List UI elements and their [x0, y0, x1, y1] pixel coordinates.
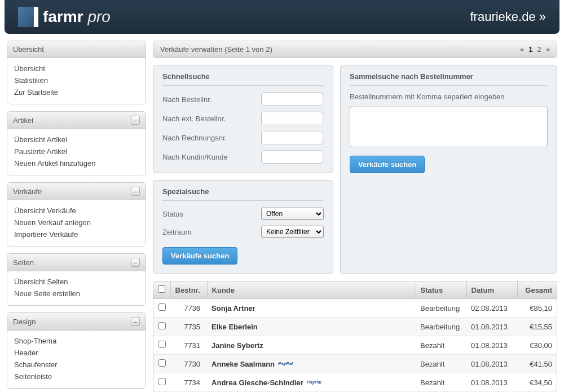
- sales-table: Bestnr. Kunde Status Datum Gesamt 7736So…: [153, 281, 557, 392]
- batch-search-button[interactable]: Verkäufe suchen: [350, 156, 425, 173]
- collapse-icon[interactable]: –: [131, 187, 140, 196]
- row-checkbox[interactable]: [158, 378, 166, 385]
- sidebar-item[interactable]: Neue Seite erstellen: [14, 288, 139, 299]
- select-zeitraum[interactable]: Keine Zeitfilter: [261, 226, 324, 238]
- cell-kunde[interactable]: Elke Eberlein: [207, 318, 416, 336]
- logo: farmr pro: [18, 7, 111, 27]
- page-title: Verkäufe verwalten (Seite 1 von 2): [160, 45, 272, 54]
- sidebar-item[interactable]: Zur Startseite: [14, 86, 139, 98]
- cell-kunde[interactable]: Anneke SaalmannPayPal: [207, 355, 416, 373]
- cell-datum: 01.08.2013: [466, 318, 517, 336]
- cell-kunde[interactable]: Andrea Giesche-SchindlerPayPal: [207, 373, 416, 392]
- pagination-prev[interactable]: «: [520, 45, 524, 54]
- row-checkbox[interactable]: [158, 322, 166, 329]
- sidebar-item[interactable]: Übersicht Artikel: [14, 134, 139, 146]
- row-checkbox[interactable]: [158, 341, 166, 348]
- batch-search-title: Sammelsuche nach Bestellnummer: [350, 72, 548, 86]
- sidebar-section-header: Übersicht: [7, 41, 146, 58]
- sidebar-section: Artikel–Übersicht ArtikelPausierte Artik…: [7, 111, 146, 175]
- cell-datum: 02.08.2013: [466, 299, 517, 318]
- batch-search-box: Sammelsuche nach Bestellnummer Bestellnu…: [340, 65, 557, 274]
- sales-table-container: Bestnr. Kunde Status Datum Gesamt 7736So…: [153, 281, 557, 392]
- input-ext-bestellnr[interactable]: [261, 112, 323, 125]
- sidebar-section-body: ÜbersichtStatistikenZur Startseite: [7, 58, 146, 104]
- collapse-icon[interactable]: –: [131, 317, 140, 326]
- cell-bestnr: 7736: [170, 299, 207, 318]
- cell-status: Bearbeitung: [416, 299, 466, 318]
- cell-gesamt: €15,55: [517, 318, 557, 336]
- collapse-icon[interactable]: –: [131, 116, 140, 125]
- table-row: 7734Andrea Giesche-SchindlerPayPalBezahl…: [153, 373, 557, 392]
- sidebar-section-title: Design: [13, 318, 36, 326]
- col-header-status[interactable]: Status: [416, 281, 466, 299]
- cell-bestnr: 7730: [170, 355, 207, 373]
- quick-search-box: Schnellsuche Nach Bestellnr. Nach ext. B…: [153, 65, 333, 173]
- cell-kunde[interactable]: Janine Sybertz: [207, 336, 416, 355]
- row-checkbox[interactable]: [158, 303, 166, 311]
- sidebar-item[interactable]: Übersicht Seiten: [14, 276, 139, 288]
- col-header-kunde[interactable]: Kunde: [207, 281, 416, 299]
- batch-search-textarea[interactable]: [350, 107, 548, 147]
- sidebar-item[interactable]: Schaufenster: [14, 359, 139, 371]
- special-search-button[interactable]: Verkäufe suchen: [162, 247, 237, 265]
- input-kunde[interactable]: [261, 150, 323, 164]
- header-shop-link[interactable]: fraurieke.de »: [470, 10, 546, 24]
- special-search-title: Spezialsuche: [162, 187, 324, 201]
- sidebar-section: Verkäufe–Übersicht VerkäufeNeuen Verkauf…: [7, 182, 146, 246]
- table-row: 7736Sonja ArtnerBearbeitung02.08.2013€85…: [153, 299, 557, 318]
- sidebar-item[interactable]: Statistiken: [14, 74, 139, 86]
- checkbox-select-all[interactable]: [158, 285, 165, 293]
- sidebar-item[interactable]: Neuen Verkauf anlegen: [14, 217, 139, 228]
- sidebar-item[interactable]: Importiere Verkäufe: [14, 228, 139, 240]
- col-header-datum[interactable]: Datum: [466, 281, 517, 299]
- sidebar-item[interactable]: Header: [14, 347, 139, 359]
- pagination: « 1 2 »: [520, 45, 550, 54]
- brand-sub: pro: [87, 8, 110, 25]
- paypal-icon: PayPal: [278, 361, 296, 368]
- cell-gesamt: €85,10: [517, 299, 557, 318]
- sidebar-section-body: Übersicht SeitenNeue Seite erstellen: [7, 271, 146, 305]
- sidebar-section-title: Übersicht: [13, 45, 44, 54]
- pagination-page-1[interactable]: 1: [528, 45, 532, 54]
- cell-datum: 01.08.2013: [466, 373, 517, 392]
- row-checkbox[interactable]: [158, 359, 166, 367]
- sidebar-item[interactable]: Übersicht: [14, 63, 139, 74]
- main-content: Verkäufe verwalten (Seite 1 von 2) « 1 2…: [153, 41, 557, 392]
- cell-gesamt: €34,50: [517, 373, 557, 392]
- col-header-check: [153, 281, 170, 299]
- sidebar-section: ÜbersichtÜbersichtStatistikenZur Startse…: [7, 41, 146, 104]
- cell-status: Bearbeitung: [416, 318, 466, 336]
- logo-text: farmr pro: [43, 8, 111, 26]
- sidebar-item[interactable]: Seitenleiste: [14, 371, 139, 382]
- cell-gesamt: €30,00: [517, 336, 557, 355]
- special-search-box: Spezialsuche StatusOffen ZeitraumKeine Z…: [153, 180, 333, 274]
- label-rechnungsnr: Nach Rechnungsnr.: [162, 134, 261, 142]
- col-header-bestnr[interactable]: Bestnr.: [170, 281, 207, 299]
- sidebar-item[interactable]: Übersicht Verkäufe: [14, 205, 139, 217]
- col-header-gesamt[interactable]: Gesamt: [517, 281, 557, 299]
- input-rechnungsnr[interactable]: [261, 131, 323, 144]
- select-status[interactable]: Offen: [261, 208, 324, 220]
- app-header: farmr pro fraurieke.de »: [5, 0, 559, 34]
- paypal-icon: PayPal: [307, 380, 325, 386]
- cell-datum: 01.08.2013: [466, 336, 517, 355]
- sidebar-section-header: Seiten–: [7, 254, 146, 271]
- cell-status: Bezahlt: [416, 355, 466, 373]
- logo-icon: [18, 7, 38, 27]
- collapse-icon[interactable]: –: [131, 258, 140, 267]
- sidebar-section-header: Design–: [7, 313, 146, 331]
- sidebar-section: Design–Shop-ThemaHeaderSchaufensterSeite…: [7, 312, 146, 389]
- cell-kunde[interactable]: Sonja Artner: [207, 299, 416, 318]
- sidebar-item[interactable]: Neuen Artikel hinzufügen: [14, 157, 139, 169]
- sidebar-item[interactable]: Shop-Thema: [14, 335, 139, 347]
- sidebar-section-header: Verkäufe–: [7, 183, 146, 200]
- pagination-next[interactable]: »: [546, 45, 550, 54]
- label-kunde: Nach Kundin/Kunde: [162, 153, 261, 161]
- cell-status: Bezahlt: [416, 373, 466, 392]
- pagination-page-2[interactable]: 2: [537, 45, 541, 54]
- sidebar-section-title: Seiten: [13, 258, 34, 267]
- input-bestellnr[interactable]: [261, 93, 323, 106]
- sidebar-section-body: Übersicht ArtikelPausierte ArtikelNeuen …: [7, 129, 146, 175]
- sidebar-item[interactable]: Pausierte Artikel: [14, 146, 139, 157]
- sidebar-section-title: Artikel: [13, 116, 33, 125]
